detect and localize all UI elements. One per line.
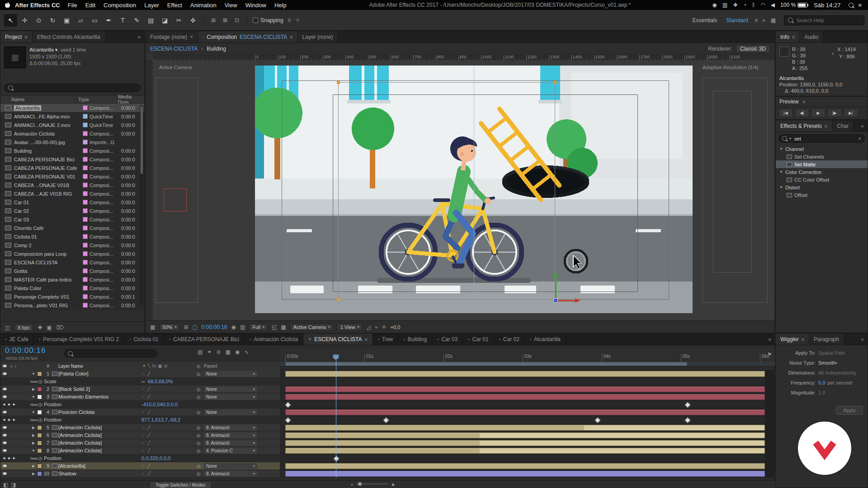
timeline-layer-row[interactable]: ▼4Posicion Ciclista◦ ╱◎None▾ bbox=[0, 408, 280, 416]
project-item[interactable]: CABEZA PERSONAJE V01Composi...0:00:0 bbox=[0, 172, 144, 181]
parent-pick-whip-icon[interactable]: ◎ bbox=[197, 464, 204, 469]
fast-previews-icon[interactable]: ≈ bbox=[375, 324, 378, 330]
preview-item-name[interactable]: Alcantarilla ▾ bbox=[29, 47, 57, 52]
parent-select[interactable]: None▾ bbox=[204, 409, 257, 415]
column-parent[interactable]: Parent bbox=[204, 364, 217, 369]
roto-brush-tool[interactable]: ✂ bbox=[172, 14, 185, 27]
timeline-layer-row[interactable]: ▶10Shadow◦ ╱◎8. Animació▾ bbox=[0, 470, 280, 478]
expander-icon[interactable]: ▶ bbox=[30, 387, 37, 391]
close-tab-icon[interactable]: × bbox=[308, 336, 311, 343]
panel-overflow-chevron[interactable]: » bbox=[857, 333, 868, 345]
bit-depth-button[interactable]: 8 bpc bbox=[14, 324, 33, 331]
renderer-value-button[interactable]: Classic 3D bbox=[736, 45, 770, 53]
layer-duration-bar[interactable] bbox=[285, 432, 765, 438]
parent-select[interactable]: None▾ bbox=[204, 394, 257, 400]
parent-pick-whip-icon[interactable]: ◎ bbox=[197, 387, 204, 392]
stopwatch-icon[interactable]: ◷ bbox=[37, 379, 44, 384]
expand-in-out-icon[interactable]: ◧ bbox=[0, 482, 11, 488]
expander-icon[interactable]: ▶ bbox=[30, 464, 37, 468]
layer-switches[interactable]: ◦ ╱ bbox=[142, 387, 197, 391]
eye-icon[interactable] bbox=[3, 449, 7, 452]
chevron-down-icon[interactable]: ▼ bbox=[779, 185, 783, 189]
comp-mini-flowchart-icon[interactable]: ▤ bbox=[198, 349, 203, 355]
property-name[interactable]: Position bbox=[44, 417, 142, 422]
layer-name[interactable]: [Alcantarilla] bbox=[58, 463, 142, 469]
view-axis-mode[interactable]: ⊡ bbox=[231, 14, 242, 27]
parent-pick-whip-icon[interactable]: ◎ bbox=[197, 410, 204, 415]
timeline-layer-row[interactable]: ▼1[Paleta Color]◦ ╱◎None▾ bbox=[0, 370, 280, 378]
project-item[interactable]: Car 02Composi...0:00:0 bbox=[0, 206, 144, 215]
world-axis-mode[interactable]: ⊠ bbox=[220, 14, 231, 27]
layer-duration-bar[interactable] bbox=[285, 394, 765, 400]
tab-composition[interactable]: ▪ Composition ESCENA CICLISTA ≡ bbox=[198, 31, 297, 42]
hand-tool[interactable]: ✛ bbox=[18, 14, 31, 27]
menu-edit[interactable]: Edit bbox=[81, 2, 99, 9]
breadcrumb-comp[interactable]: ESCENA CICLISTA bbox=[150, 46, 198, 52]
breadcrumb-child[interactable]: Building bbox=[207, 46, 226, 52]
effects-search-box[interactable]: ▾ × bbox=[778, 134, 865, 143]
property-value[interactable]: -410,0,540,0,0,0 bbox=[142, 402, 178, 407]
timeline-property-row[interactable]: false◷Scale∞68,0,68,0% bbox=[0, 378, 280, 385]
selection-tool[interactable]: ↖ bbox=[4, 14, 17, 27]
eraser-tool[interactable]: ◪ bbox=[158, 14, 171, 27]
effects-search-input[interactable] bbox=[793, 136, 849, 142]
toggle-switches-modes-button[interactable]: Toggle Switches / Modes bbox=[150, 481, 212, 488]
workspace-grid-icon[interactable]: ▦ bbox=[768, 17, 778, 23]
pixel-aspect-icon[interactable]: ◿ bbox=[367, 324, 371, 330]
timeline-layer-row[interactable]: ▶9[Alcantarilla]◦ ╱◎None▾ bbox=[0, 462, 280, 470]
video-column-icon[interactable] bbox=[3, 365, 7, 367]
app-menu-name[interactable]: After Effects CC bbox=[15, 2, 60, 9]
graph-editor-icon[interactable]: ∿ bbox=[244, 349, 249, 355]
constrain-link-icon[interactable]: ∞ bbox=[142, 379, 145, 384]
snap-to-grid-icon[interactable]: # bbox=[288, 17, 291, 23]
timeline-track-area[interactable] bbox=[280, 370, 775, 478]
zoom-in-icon[interactable]: ▲ bbox=[391, 481, 396, 487]
volume-icon[interactable]: ◀ bbox=[768, 2, 778, 8]
zoom-slider-track[interactable] bbox=[356, 483, 388, 484]
time-machine-icon[interactable]: ◔ bbox=[741, 2, 749, 8]
help-search-box[interactable] bbox=[784, 15, 864, 25]
timeline-comp-tab[interactable]: ▪Car 03 bbox=[432, 333, 463, 345]
motion-blur-icon[interactable]: ◉ bbox=[235, 349, 240, 355]
project-item[interactable]: CABEZA PERSONAJE BiciComposi...0:00:0 bbox=[0, 155, 144, 164]
layer-switches[interactable]: ◦ ╱ bbox=[142, 464, 197, 468]
layer-switches[interactable]: ◦ ╱ bbox=[142, 441, 197, 445]
expander-icon[interactable]: ▼ bbox=[30, 410, 37, 414]
label-color-chip[interactable] bbox=[37, 448, 42, 453]
parent-select[interactable]: 8. Animació▾ bbox=[204, 425, 257, 431]
label-color-chip[interactable] bbox=[37, 410, 42, 415]
project-item[interactable]: Avatar ...-00-00-00).jpgImporte...G bbox=[0, 138, 144, 146]
effect-item[interactable]: Set Matte bbox=[776, 160, 868, 168]
transparency-grid-icon[interactable]: ▩ bbox=[281, 324, 286, 330]
property-value[interactable]: 877,1,613,7,-68,2 bbox=[142, 417, 180, 422]
workspace-overflow-chevron[interactable]: » bbox=[760, 17, 768, 23]
layer-name[interactable]: [Animación Ciclista] bbox=[58, 448, 142, 453]
layer-duration-bar[interactable] bbox=[285, 371, 765, 377]
property-name[interactable]: Scale bbox=[44, 379, 142, 384]
tab-paragraph[interactable]: Paragraph bbox=[809, 333, 844, 345]
panel-menu-icon[interactable]: ≡ bbox=[792, 34, 795, 40]
timeline-comp-tab[interactable]: ▪Alcantarilla bbox=[525, 333, 566, 345]
project-item[interactable]: AlcantarillaComposi...0:00:0 bbox=[0, 103, 144, 112]
menu-window[interactable]: Window bbox=[241, 2, 270, 9]
search-options-chevron[interactable]: ▾ bbox=[789, 136, 791, 141]
frame-blending-icon[interactable]: ▦ bbox=[225, 349, 230, 355]
timeline-comp-tab[interactable]: ▪CABEZA PERSONAJE Bici bbox=[164, 333, 245, 345]
brush-tool[interactable]: ✎ bbox=[130, 14, 143, 27]
workspace-menu-icon[interactable]: ≡ bbox=[753, 17, 760, 23]
keyframe[interactable] bbox=[333, 455, 340, 462]
panel-menu-icon[interactable]: ≡ bbox=[802, 337, 804, 342]
label-color-chip[interactable] bbox=[37, 425, 42, 430]
eye-icon[interactable] bbox=[3, 472, 7, 475]
menu-bar-clock[interactable]: Sáb 14:27 bbox=[814, 2, 840, 9]
parent-select[interactable]: None▾ bbox=[204, 371, 257, 377]
comp-marker-icon[interactable]: ⚑ bbox=[767, 352, 772, 357]
project-item[interactable]: CABEZA ...ONAJE V01BComposi...0:00:0 bbox=[0, 181, 144, 189]
type-tool[interactable]: T bbox=[116, 14, 129, 27]
clone-stamp-tool[interactable]: ▤ bbox=[144, 14, 157, 27]
keyframe-nav-arrows[interactable]: ◀ ◆ ▶ bbox=[3, 403, 16, 406]
project-item[interactable]: Chorrito CaféComposi...0:00:0 bbox=[0, 224, 144, 232]
panel-menu-icon[interactable]: ≡ bbox=[825, 123, 827, 129]
wifi-icon[interactable]: ◠ bbox=[758, 2, 768, 8]
layer-duration-bar[interactable] bbox=[285, 448, 765, 454]
